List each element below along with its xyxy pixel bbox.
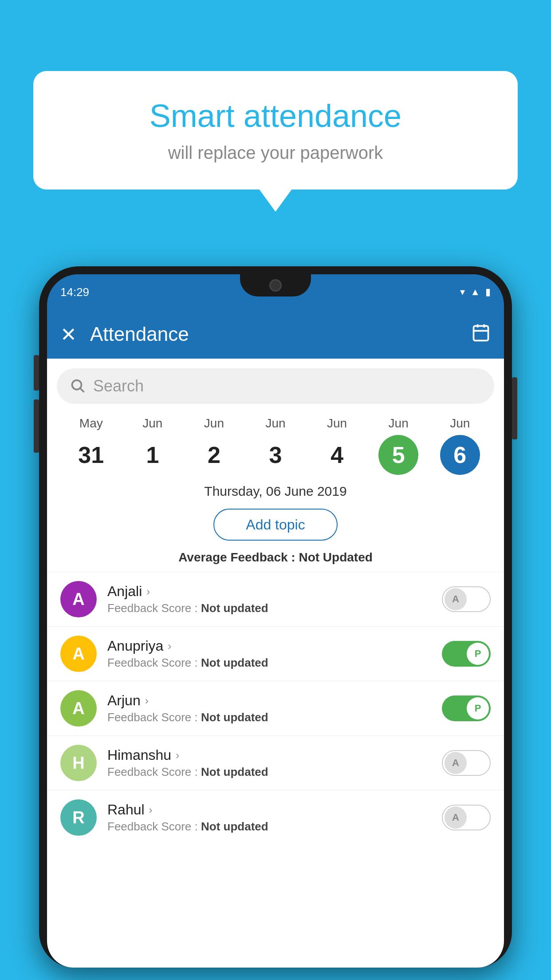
student-row: RRahul ›Feedback Score : Not updatedA [47, 790, 504, 845]
student-feedback: Feedback Score : Not updated [107, 656, 431, 670]
avg-feedback-label: Average Feedback : [178, 550, 295, 564]
student-name[interactable]: Arjun › [107, 692, 431, 709]
app-bar-title: Attendance [90, 323, 458, 345]
cal-month-label: Jun [142, 416, 162, 431]
calendar-row: May31Jun1Jun2Jun3Jun4Jun5Jun6 [47, 404, 504, 475]
student-avatar: R [60, 799, 97, 836]
cal-day-4[interactable]: Jun4 [306, 416, 368, 475]
status-time: 14:29 [60, 285, 89, 299]
student-info: Rahul ›Feedback Score : Not updated [107, 802, 431, 834]
speech-bubble: Smart attendance will replace your paper… [33, 71, 518, 190]
status-bar: 14:29 ▾ ▲ ▮ [47, 274, 504, 310]
student-row: HHimanshu ›Feedback Score : Not updatedA [47, 735, 504, 790]
toggle-knob: P [467, 697, 489, 719]
student-avatar: A [60, 581, 97, 617]
cal-date-number: 4 [317, 435, 357, 475]
wifi-icon: ▾ [460, 286, 465, 298]
student-feedback: Feedback Score : Not updated [107, 820, 431, 834]
student-feedback: Feedback Score : Not updated [107, 601, 431, 615]
phone-container: 14:29 ▾ ▲ ▮ ✕ Attendance [39, 266, 512, 980]
chevron-icon: › [176, 749, 179, 762]
students-list: AAnjali ›Feedback Score : Not updatedAAA… [47, 572, 504, 845]
signal-icon: ▲ [470, 286, 480, 298]
add-topic-button[interactable]: Add topic [213, 509, 338, 541]
svg-point-4 [72, 380, 82, 390]
cal-date-number: 31 [71, 435, 111, 475]
student-feedback: Feedback Score : Not updated [107, 765, 431, 779]
attendance-toggle-present[interactable]: P [442, 641, 491, 667]
volume-up-button [34, 355, 39, 391]
avg-feedback: Average Feedback : Not Updated [47, 550, 504, 565]
toggle-knob: A [445, 588, 467, 610]
student-name[interactable]: Anupriya › [107, 638, 431, 654]
app-bar: ✕ Attendance [47, 310, 504, 359]
front-camera [269, 279, 282, 292]
cal-month-label: Jun [265, 416, 285, 431]
student-name[interactable]: Anjali › [107, 583, 431, 600]
bubble-subtitle: will replace your paperwork [69, 143, 482, 163]
cal-day-2[interactable]: Jun2 [183, 416, 245, 475]
attendance-toggle-absent[interactable]: A [442, 805, 491, 830]
calendar-icon[interactable] [471, 323, 491, 346]
svg-rect-0 [474, 326, 488, 340]
student-info: Anjali ›Feedback Score : Not updated [107, 583, 431, 615]
feedback-value: Not updated [201, 820, 268, 833]
feedback-value: Not updated [201, 601, 268, 615]
screen-content: Search May31Jun1Jun2Jun3Jun4Jun5Jun6 Thu… [47, 359, 504, 968]
search-bar[interactable]: Search [57, 368, 494, 404]
student-row: AAnjali ›Feedback Score : Not updatedA [47, 572, 504, 626]
chevron-icon: › [145, 695, 149, 707]
selected-date-label: Thursday, 06 June 2019 [47, 484, 504, 499]
cal-month-label: Jun [204, 416, 224, 431]
attendance-toggle-absent[interactable]: A [442, 586, 491, 612]
student-name[interactable]: Rahul › [107, 802, 431, 818]
feedback-value: Not updated [201, 656, 268, 669]
cal-day-3[interactable]: Jun3 [245, 416, 307, 475]
cal-month-label: Jun [450, 416, 470, 431]
student-avatar: A [60, 636, 97, 672]
student-row: AArjun ›Feedback Score : Not updatedP [47, 681, 504, 735]
student-row: AAnupriya ›Feedback Score : Not updatedP [47, 626, 504, 681]
student-info: Arjun ›Feedback Score : Not updated [107, 692, 431, 724]
cal-day-1[interactable]: Jun1 [122, 416, 184, 475]
search-input[interactable]: Search [93, 377, 144, 395]
feedback-value: Not updated [201, 711, 268, 724]
cal-date-number: 1 [133, 435, 173, 475]
power-button [512, 377, 517, 439]
cal-day-5[interactable]: Jun5 [368, 416, 429, 475]
cal-month-label: May [79, 416, 103, 431]
cal-date-number: 5 [378, 435, 418, 475]
student-name[interactable]: Himanshu › [107, 747, 431, 763]
cal-date-number: 2 [194, 435, 234, 475]
cal-day-6[interactable]: Jun6 [429, 416, 491, 475]
feedback-value: Not updated [201, 765, 268, 778]
cal-date-number: 6 [440, 435, 480, 475]
cal-month-label: Jun [327, 416, 347, 431]
chevron-icon: › [146, 585, 150, 598]
avg-feedback-value: Not Updated [299, 550, 372, 564]
chevron-icon: › [168, 640, 171, 652]
cal-month-label: Jun [389, 416, 409, 431]
phone-outer: 14:29 ▾ ▲ ▮ ✕ Attendance [39, 266, 512, 968]
toggle-knob: A [445, 806, 467, 829]
bubble-title: Smart attendance [69, 98, 482, 134]
phone-notch [240, 274, 311, 296]
speech-bubble-container: Smart attendance will replace your paper… [33, 71, 518, 190]
close-button[interactable]: ✕ [60, 323, 77, 346]
toggle-knob: P [467, 643, 489, 665]
attendance-toggle-absent[interactable]: A [442, 750, 491, 776]
attendance-toggle-present[interactable]: P [442, 695, 491, 721]
student-feedback: Feedback Score : Not updated [107, 711, 431, 724]
search-icon [70, 378, 86, 394]
student-info: Anupriya ›Feedback Score : Not updated [107, 638, 431, 670]
battery-icon: ▮ [485, 286, 491, 298]
toggle-knob: A [445, 752, 467, 774]
svg-line-5 [80, 388, 84, 392]
student-avatar: A [60, 690, 97, 727]
cal-day-0[interactable]: May31 [60, 416, 122, 475]
student-info: Himanshu ›Feedback Score : Not updated [107, 747, 431, 779]
chevron-icon: › [149, 804, 153, 816]
student-avatar: H [60, 745, 97, 781]
status-icons: ▾ ▲ ▮ [460, 286, 491, 298]
cal-date-number: 3 [256, 435, 295, 475]
